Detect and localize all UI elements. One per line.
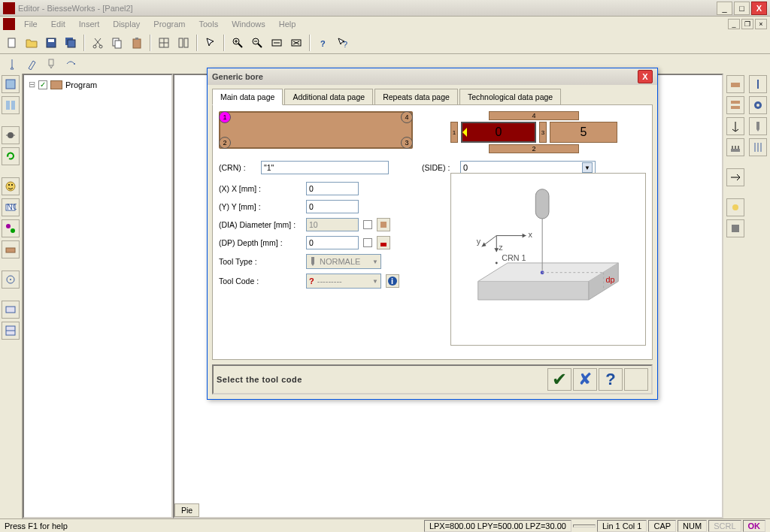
x-label: (X) X [mm] : [219,184,302,193]
maximize-button[interactable]: □ [734,2,750,15]
tile-button[interactable] [174,34,192,52]
r1-btn-3[interactable] [726,117,744,135]
side-five[interactable]: 5 [550,122,617,143]
zoom-out-button[interactable] [248,34,266,52]
drill4-button[interactable] [62,55,80,73]
menu-display[interactable]: Display [107,18,146,30]
menu-insert[interactable]: Insert [73,18,106,30]
open-button[interactable] [23,34,41,52]
tab-repeats[interactable]: Repeats data page [374,89,458,105]
crn-corner-3[interactable]: 3 [401,137,413,149]
context-help-button[interactable]: ? [334,34,352,52]
r2-btn-1[interactable] [749,75,767,93]
r2-btn-3[interactable] [749,117,767,135]
side-btn-nc[interactable]: NC [2,198,20,216]
side-btn-face[interactable] [2,177,20,195]
menu-edit[interactable]: Edit [45,18,71,30]
svg-text:?: ? [320,39,326,48]
zoom-in-button[interactable] [229,34,247,52]
crn-selector[interactable]: 1 2 3 4 [219,111,413,153]
dia-picker[interactable] [377,218,390,231]
r1-btn-7[interactable] [726,219,744,237]
side-btn-panel[interactable] [2,240,20,258]
side-center[interactable]: 0 [461,122,536,143]
crn-corner-2[interactable]: 2 [219,137,231,149]
tree-item-program[interactable]: ⊟ ✓ Program [27,78,168,91]
svg-rect-0 [8,38,15,47]
side-btn-1[interactable] [2,75,20,93]
pointer-button[interactable] [202,34,220,52]
zoom-window-button[interactable] [287,34,305,52]
center-tab[interactable]: Pie [174,503,199,517]
titlebar: Editor - BiesseWorks - [Panel2] _ □ X [0,0,770,17]
close-button[interactable]: X [751,2,767,15]
dia-check[interactable] [363,220,372,229]
x-input[interactable] [306,182,359,195]
new-button[interactable] [3,34,21,52]
tree-check-icon[interactable]: ✓ [38,80,47,89]
menu-tools[interactable]: Tools [192,18,224,30]
crn-input[interactable] [261,161,389,174]
r2-btn-4[interactable] [749,138,767,156]
mdi-close[interactable]: × [755,19,767,29]
tooltype-select[interactable]: NORMALE ▼ [306,254,381,269]
side-btn-gears[interactable] [2,219,20,237]
side-btn-refresh[interactable] [2,147,20,165]
r2-btn-gear[interactable] [749,96,767,114]
hatch-button[interactable] [624,368,648,391]
side-btn-circ[interactable] [2,271,20,289]
side-right[interactable]: 3 [539,122,547,143]
menu-program[interactable]: Program [147,18,191,30]
side-btn-last1[interactable] [2,301,20,319]
help-dialog-button[interactable]: ? [599,368,623,391]
saveall-button[interactable] [62,34,80,52]
side-top[interactable]: 4 [489,111,579,120]
toolcode-info[interactable]: i [386,274,399,288]
cut-button[interactable] [89,34,107,52]
dp-picker[interactable] [377,236,390,249]
r1-btn-1[interactable] [726,75,744,93]
drill1-button[interactable] [3,55,21,73]
tab-additional[interactable]: Additional data page [284,89,373,105]
y-input[interactable] [306,200,359,213]
tab-main[interactable]: Main data page [212,89,283,105]
svg-rect-14 [179,38,183,47]
menu-windows[interactable]: Windows [226,18,271,30]
drill2-button[interactable] [23,55,41,73]
side-left[interactable]: 1 [450,122,458,143]
cancel-button[interactable]: ✘ [573,368,597,391]
toolcode-select[interactable]: ? --------- ▼ [306,274,381,289]
drill3-button[interactable] [42,55,60,73]
dialog-close-button[interactable]: X [638,70,653,83]
tab-tech[interactable]: Technological data page [459,89,561,105]
grid-button[interactable] [155,34,173,52]
menu-file[interactable]: File [18,18,44,30]
zoom-fit-button[interactable] [268,34,286,52]
r1-btn-5[interactable] [726,168,744,186]
mdi-restore[interactable]: ❐ [741,19,753,29]
dia-input[interactable] [306,218,359,231]
paste-button[interactable] [128,34,146,52]
r1-btn-4[interactable] [726,138,744,156]
r1-btn-2[interactable] [726,96,744,114]
ok-button[interactable]: ✔ [547,368,571,391]
dialog-titlebar[interactable]: Generic bore X [208,68,657,85]
minimize-button[interactable]: _ [717,2,732,15]
help-button[interactable]: ? [314,34,332,52]
crn-corner-1[interactable]: 1 [219,111,231,123]
svg-rect-45 [6,307,15,313]
side-btn-bug[interactable] [2,126,20,144]
side-selector[interactable]: 4 1 0 3 5 2 [422,111,646,153]
crn-corner-4[interactable]: 4 [401,111,413,123]
copy-button[interactable] [108,34,126,52]
menu-help[interactable]: Help [273,18,302,30]
side-btn-last2[interactable] [2,322,20,340]
side-bottom[interactable]: 2 [489,144,579,153]
side-btn-2[interactable] [2,96,20,114]
save-button[interactable] [42,34,60,52]
dp-input[interactable] [306,236,359,249]
mdi-minimize[interactable]: _ [728,19,740,29]
svg-point-41 [11,228,15,233]
dp-check[interactable] [363,238,372,247]
r1-btn-6[interactable] [726,198,744,216]
